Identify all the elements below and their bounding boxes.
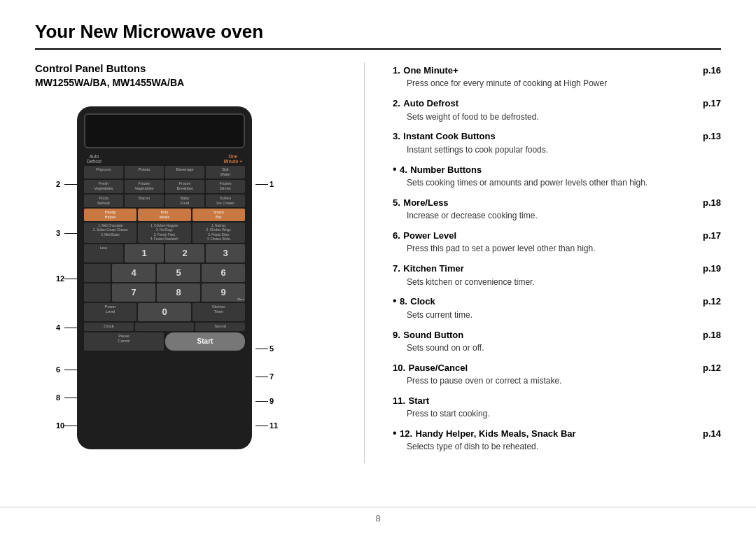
- label-4: 4: [56, 323, 60, 332]
- row-instant-cook-2: FreshVegetables FrozenVegetables FrozenB…: [84, 180, 245, 192]
- soften-ice-cream-btn[interactable]: SoftenIce Cream: [206, 195, 245, 207]
- label-11: 11: [270, 421, 278, 430]
- item-6-title: 6. Power Level: [393, 227, 456, 243]
- list-item-11: 11. Start Press to start cooking.: [393, 393, 721, 420]
- sound-btn[interactable]: Sound: [195, 323, 245, 331]
- microwave-diagram: 2 3 12 4 6 8 10 1 5 7 9 11: [35, 99, 322, 463]
- bacon-btn[interactable]: Bacon: [125, 195, 164, 207]
- label-6: 6: [56, 365, 60, 374]
- fresh-veg-btn[interactable]: FreshVegetables: [84, 180, 123, 192]
- pause-cancel-btn[interactable]: PauseCancel: [84, 332, 164, 351]
- item-7-title: 7. Kitchen Timer: [393, 260, 464, 276]
- num-0-btn[interactable]: 0: [138, 303, 190, 321]
- item-12-title: • 12. Handy Helper, Kids Meals, Snack Ba…: [393, 426, 576, 441]
- divider: [364, 62, 365, 463]
- left-panel: Control Panel Buttons MW1255WA/BA, MW145…: [35, 62, 336, 463]
- row-sublists: 1. Melt Chocolate2. Soften Cream Cheese3…: [84, 223, 245, 243]
- num-9-btn[interactable]: 9More: [202, 283, 245, 302]
- list-item-10: 10. Pause/Cancel p.12 Press to pause ove…: [393, 360, 721, 387]
- section-title: Control Panel Buttons: [35, 62, 336, 74]
- auto-defrost-btn-label: AutoDefrost: [87, 154, 102, 164]
- bottom-row-3: PauseCancel Start: [84, 332, 245, 351]
- number-row-2: 4 5 6: [84, 264, 245, 282]
- kids-meals-btn[interactable]: KidsMeals: [138, 209, 190, 221]
- line-1: [255, 184, 268, 185]
- handy-helper-btn[interactable]: HandyHelper: [84, 209, 136, 221]
- label-2: 2: [56, 180, 60, 188]
- frozen-dinner-btn[interactable]: FrozenDinner: [206, 180, 245, 192]
- page: Your New Microwave oven Control Panel Bu…: [0, 0, 756, 534]
- frozen-breakfast-btn[interactable]: FrozenBreakfast: [165, 180, 204, 192]
- microwave-screen: [84, 113, 245, 148]
- potato-btn[interactable]: Potato: [125, 166, 164, 178]
- handy-helper-list: 1. Melt Chocolate2. Soften Cream Cheese3…: [84, 223, 136, 243]
- label-1: 1: [270, 180, 274, 188]
- item-4-title: • 4. Number Buttons: [393, 162, 482, 177]
- list-item-4: • 4. Number Buttons Sets cooking times o…: [393, 162, 721, 189]
- item-1-title: 1. One Minute+: [393, 62, 458, 78]
- popcorn-btn[interactable]: Popcorn: [84, 166, 123, 178]
- feature-list: 1. One Minute+ p.16 Press once for every…: [393, 62, 721, 453]
- snack-bar-btn[interactable]: SnackBar: [192, 209, 245, 221]
- content-area: Control Panel Buttons MW1255WA/BA, MW145…: [35, 62, 721, 463]
- bottom-row-2: Clock Sound: [84, 323, 245, 331]
- start-btn[interactable]: Start: [165, 332, 245, 351]
- model-number: MW1255WA/BA, MW1455WA/BA: [35, 77, 336, 88]
- list-item-1: 1. One Minute+ p.16 Press once for every…: [393, 62, 721, 90]
- clock-btn[interactable]: Clock: [84, 323, 134, 331]
- boil-water-btn[interactable]: BoilWater: [206, 166, 245, 178]
- frozen-veg-btn[interactable]: FrozenVegetables: [125, 180, 164, 192]
- pizza-reheat-btn[interactable]: PizzaReheat: [84, 195, 123, 207]
- item-5-title: 5. More/Less: [393, 195, 449, 210]
- item-3-title: 3. Instant Cook Buttons: [393, 128, 496, 143]
- num-2-btn[interactable]: 2: [165, 244, 204, 262]
- kitchen-timer-btn[interactable]: KitchenTimer: [192, 303, 245, 321]
- num-6-btn[interactable]: 6: [202, 264, 245, 282]
- list-item-2: 2. Auto Defrost p.17 Sets weight of food…: [393, 95, 721, 122]
- right-panel: 1. One Minute+ p.16 Press once for every…: [393, 62, 721, 463]
- label-8: 8: [56, 393, 60, 402]
- less-label: Less: [84, 244, 123, 262]
- num-1-btn[interactable]: 1: [125, 244, 164, 262]
- list-item-3: 3. Instant Cook Buttons p.13 Instant set…: [393, 128, 721, 155]
- microwave-body: AutoDefrost OneMinute + Popcorn Potato B…: [77, 106, 252, 449]
- line-7: [255, 377, 268, 377]
- label-10: 10: [56, 421, 64, 430]
- label-3: 3: [56, 229, 60, 237]
- beverage-btn[interactable]: Beverage: [165, 166, 204, 178]
- item-8-title: • 8. Clock: [393, 293, 435, 309]
- line-11: [255, 426, 268, 426]
- label-12: 12: [56, 274, 64, 283]
- page-title: Your New Microwave oven: [35, 21, 721, 50]
- row-instant-cook-1: Popcorn Potato Beverage BoilWater: [84, 166, 245, 178]
- num-5-btn[interactable]: 5: [157, 264, 200, 282]
- num-4-btn[interactable]: 4: [112, 264, 155, 282]
- footer-page-number: 8: [375, 513, 380, 524]
- label-7: 7: [270, 372, 274, 381]
- item-10-title: 10. Pause/Cancel: [393, 360, 468, 375]
- power-level-btn[interactable]: PowerLevel: [84, 303, 136, 321]
- list-item-7: 7. Kitchen Timer p.19 Sets kitchen or co…: [393, 260, 721, 288]
- list-item-8: • 8. Clock p.12 Sets current time.: [393, 293, 721, 321]
- kids-meals-list: 1. Chicken Nuggets2. Hot Dogs3. French F…: [138, 223, 190, 243]
- list-item-12: • 12. Handy Helper, Kids Meals, Snack Ba…: [393, 426, 721, 453]
- item-2-title: 2. Auto Defrost: [393, 95, 458, 111]
- baby-food-btn[interactable]: BabyFood: [165, 195, 204, 207]
- label-9: 9: [270, 397, 274, 405]
- row-handy-helper: HandyHelper KidsMeals SnackBar: [84, 209, 245, 221]
- line-9: [255, 401, 268, 402]
- label-5: 5: [270, 344, 274, 353]
- snack-bar-list: 1. Nachos2. Chicken Wings3. Potato Skins…: [192, 223, 245, 243]
- num-8-btn[interactable]: 8: [157, 283, 200, 302]
- list-item-9: 9. Sound Button p.18 Sets sound on or of…: [393, 327, 721, 354]
- row-instant-cook-3: PizzaReheat Bacon BabyFood SoftenIce Cre…: [84, 195, 245, 207]
- number-row-1: Less 1 2 3: [84, 244, 245, 262]
- one-minute-btn-label: OneMinute +: [223, 154, 242, 164]
- num-3-btn[interactable]: 3: [206, 244, 245, 262]
- num-7-btn[interactable]: 7: [112, 283, 155, 302]
- number-row-3: 7 8 9More: [84, 283, 245, 302]
- bottom-row-1: PowerLevel 0 KitchenTimer: [84, 303, 245, 321]
- item-11-title: 11. Start: [393, 393, 429, 408]
- list-item-5: 5. More/Less p.18 Increase or decrease c…: [393, 195, 721, 222]
- page-footer: 8: [0, 507, 756, 524]
